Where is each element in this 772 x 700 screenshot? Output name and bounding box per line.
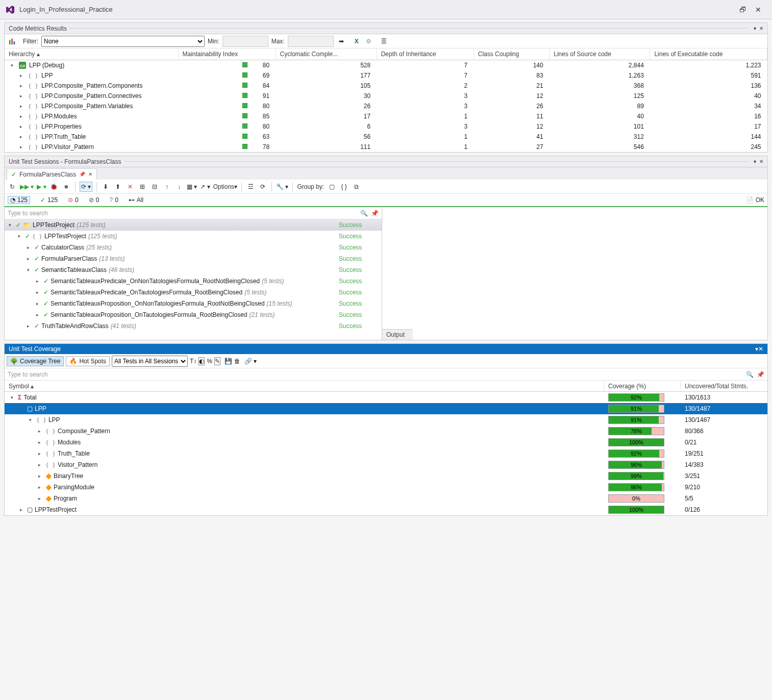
coverage-row[interactable]: ▸🔶BinaryTree99%3/251 — [5, 470, 767, 482]
count-all[interactable]: ⊷ All — [129, 196, 143, 204]
test-tree-item[interactable]: ▸✓TruthTableAndRowClass (41 tests)Succes… — [5, 320, 382, 332]
test-search[interactable]: Type to search 🔍 📌 — [5, 207, 382, 219]
test-tree-item[interactable]: ▾✓ 📁LPPTestProject (125 tests)Success — [5, 219, 382, 231]
col-header[interactable]: Maintainability Index — [178, 48, 276, 60]
upload-icon[interactable]: ⬆ — [113, 182, 122, 192]
count-passed[interactable]: ✓ 125 — [40, 196, 58, 204]
up-icon[interactable]: ↑ — [162, 182, 171, 192]
remove-icon[interactable]: ⊟ — [150, 182, 159, 192]
filter-select[interactable]: None — [41, 36, 205, 47]
run-all-icon[interactable]: ▶▶ ▾ — [20, 182, 34, 192]
close-tab-icon[interactable]: ✕ — [88, 171, 92, 177]
sort-icon[interactable]: ⟳ — [258, 182, 267, 192]
settings-icon[interactable]: ⚙ — [364, 37, 373, 46]
list-icon[interactable]: ☰ — [380, 37, 389, 46]
test-tree-item[interactable]: ▸✓SemanticTableauxProposition_OnNonTatol… — [5, 298, 382, 309]
test-tree-item[interactable]: ▾✓ { }LPPTestProject (125 tests)Success — [5, 231, 382, 242]
download-icon[interactable]: ⬇ — [101, 182, 110, 192]
table-row[interactable]: ▸{ }LPP.Composite_Pattern.Connectives 91… — [5, 91, 767, 101]
panel-close-icon[interactable]: ✕ — [758, 345, 763, 353]
type-icon[interactable]: T↕ — [190, 358, 196, 365]
col-header[interactable]: Depth of Inheritance — [377, 48, 474, 60]
close-button[interactable]: ✕ — [751, 6, 766, 14]
search-icon[interactable]: 🔍 — [746, 371, 754, 378]
col-stmts[interactable]: Uncovered/Total Stmts. — [681, 381, 767, 391]
restore-button[interactable]: 🗗 — [735, 6, 751, 14]
output-tab[interactable]: Output — [382, 329, 413, 340]
test-tree-item[interactable]: ▾✓SemanticTableauxClass (46 tests)Succes… — [5, 264, 382, 276]
highlight-icon[interactable]: ◐ — [198, 357, 205, 365]
coverage-row[interactable]: ▸{ }Visitor_Pattern96%14/383 — [5, 459, 767, 470]
panel-close-icon[interactable]: ✕ — [759, 159, 763, 164]
add-icon[interactable]: ⊞ — [138, 182, 147, 192]
layout-icon[interactable]: ▦ ▾ — [187, 182, 197, 192]
col-header[interactable]: Class Coupling — [474, 48, 549, 60]
export-excel-icon[interactable]: X — [352, 37, 361, 46]
calculate-metrics-icon[interactable] — [8, 37, 17, 46]
down-icon[interactable]: ↓ — [175, 182, 184, 192]
go-icon[interactable]: ➡ — [337, 37, 346, 46]
coverage-row[interactable]: ▸{ }Truth_Table92%19/251 — [5, 448, 767, 459]
count-total[interactable]: ◔ 125 — [8, 196, 30, 204]
table-row[interactable]: ▸{ }LPP.Composite_Pattern.Components 841… — [5, 81, 767, 91]
table-row[interactable]: ▸{ }LPP.Visitor_Pattern 78111127546245 — [5, 142, 767, 152]
count-unknown[interactable]: ? 0 — [109, 196, 118, 204]
dropdown-icon[interactable]: ▾ — [754, 26, 756, 31]
filter-icon[interactable]: ☲ — [246, 182, 255, 192]
coverage-row[interactable]: ▸▢LPPTestProject100%0/126 — [5, 504, 767, 515]
link-icon[interactable]: 🔗 ▾ — [244, 358, 257, 365]
group-ns-icon[interactable]: { } — [339, 182, 348, 192]
stop-icon[interactable]: ■ — [62, 182, 71, 192]
count-failed[interactable]: ⊝ 0 — [68, 196, 79, 204]
test-tree-item[interactable]: ▸✓CalculatorClass (25 tests)Success — [5, 242, 382, 253]
export-icon[interactable]: ↗ ▾ — [200, 182, 210, 192]
percent-icon[interactable]: % — [207, 358, 212, 365]
group-class-icon[interactable]: ⧉ — [352, 182, 361, 192]
session-tab[interactable]: ✓ FormulaParsesClass 📌 ✕ — [7, 168, 97, 180]
pin-icon[interactable]: 📌 — [371, 210, 379, 217]
table-row[interactable]: ▸{ }LPP.Composite_Pattern.Variables 8026… — [5, 101, 767, 111]
table-row[interactable]: ▸{ }LPP 691777831,263591 — [5, 70, 767, 81]
coverage-row[interactable]: ▸{ }Modules100%0/21 — [5, 437, 767, 448]
coverage-tree-tab[interactable]: 🌳 Coverage Tree — [7, 356, 64, 366]
debug-icon[interactable]: 🐞 — [49, 182, 59, 192]
options-button[interactable]: Options ▾ — [213, 182, 237, 192]
search-icon[interactable]: 🔍 — [360, 210, 368, 217]
pin-icon[interactable]: 📌 — [757, 371, 764, 378]
delete-icon[interactable]: ✕ — [126, 182, 135, 192]
run-icon[interactable]: ▶ ▾ — [37, 182, 46, 192]
col-symbol[interactable]: Symbol ▴ — [5, 381, 604, 391]
test-tree-item[interactable]: ▸✓SemanticTableauxPredicate_OnNonTatolog… — [5, 276, 382, 287]
col-coverage[interactable]: Coverage (%) — [604, 381, 681, 391]
trash-icon[interactable]: 🗑 — [234, 358, 240, 365]
group-project-icon[interactable]: ▢ — [327, 182, 336, 192]
table-row[interactable]: ▸{ }LPP.Truth_Table 6356141312144 — [5, 132, 767, 142]
pin-icon[interactable]: 📌 — [79, 171, 85, 177]
test-tree-item[interactable]: ▸✓FormulaParserClass (13 tests)Success — [5, 253, 382, 264]
edit-icon[interactable]: ✎ — [214, 357, 220, 365]
coverage-row[interactable]: ▾{ }LPP91%130/1487 — [5, 414, 767, 426]
table-row[interactable]: ▸{ }LPP.Properties 80631210117 — [5, 121, 767, 132]
coverage-row[interactable]: ▸{ }Composite_Pattern78%80/366 — [5, 426, 767, 437]
test-tree-item[interactable]: ▸✓SemanticTableauxPredicate_OnTautologie… — [5, 287, 382, 298]
save-icon[interactable]: 💾 — [225, 358, 232, 365]
dropdown-icon[interactable]: ▾ — [754, 159, 756, 164]
panel-close-icon[interactable]: ✕ — [759, 26, 763, 31]
coverage-search[interactable]: Type to search 🔍 📌 — [5, 368, 767, 381]
rerun-icon[interactable]: ↻ — [8, 182, 17, 192]
sessions-select[interactable]: All Tests in All Sessions — [112, 356, 188, 367]
wrench-icon[interactable]: 🔧 ▾ — [276, 182, 288, 192]
coverage-row[interactable]: ▾▢LPP91%130/1487 — [5, 403, 767, 414]
col-header[interactable]: Lines of Source code — [550, 48, 650, 60]
test-tree-item[interactable]: ▸✓SemanticTableauxProposition_OnTautolog… — [5, 309, 382, 320]
table-row[interactable]: ▾C#LPP (Debug) 8052871402,8441,223 — [5, 60, 767, 71]
col-header[interactable]: Lines of Executable code — [650, 48, 767, 60]
table-row[interactable]: ▸{ }LPP.Modules 85171114016 — [5, 111, 767, 121]
coverage-row[interactable]: ▾ΣTotal92%130/1613 — [5, 392, 767, 403]
hot-spots-tab[interactable]: 🔥 Hot Spots — [66, 356, 110, 366]
track-icon[interactable]: ⟳ ▾ — [80, 182, 92, 192]
coverage-row[interactable]: ▸🔶ParsingModule96%9/210 — [5, 482, 767, 493]
col-header[interactable]: Cyclomatic Comple... — [276, 48, 377, 60]
count-ignored[interactable]: ⊘ 0 — [89, 196, 99, 204]
coverage-row[interactable]: ▸🔶Program0%5/5 — [5, 493, 767, 504]
